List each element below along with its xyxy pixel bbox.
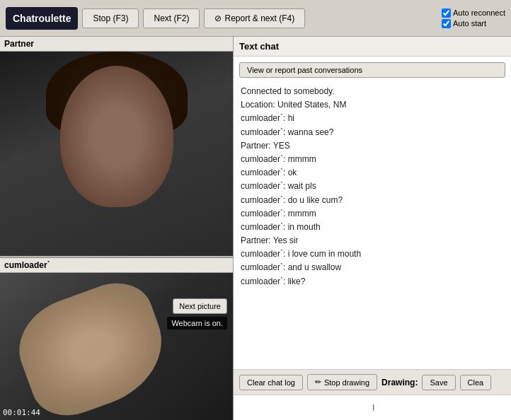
report-label: Report & next (F4) <box>224 13 294 23</box>
top-bar: Chatroulette Stop (F3) Next (F2) ⊘ Repor… <box>0 0 511 37</box>
text-input-area[interactable]: I <box>234 395 511 420</box>
user-label: cumloader` <box>0 257 233 273</box>
chat-line: cumloader`: and u swallow <box>241 261 504 274</box>
stop-drawing-label: Stop drawing <box>324 378 369 387</box>
report-icon: ⊘ <box>214 13 222 23</box>
auto-start-checkbox-label[interactable]: Auto start <box>442 19 505 28</box>
auto-reconnect-label: Auto reconnect <box>453 8 505 17</box>
chat-line: Partner: YES <box>241 139 504 153</box>
report-next-button[interactable]: ⊘ Report & next (F4) <box>204 8 305 28</box>
next-button[interactable]: Next (F2) <box>143 8 200 28</box>
partner-video-inner <box>0 52 233 256</box>
partner-video <box>0 52 233 256</box>
chat-line: cumloader`: do u like cum? <box>241 194 504 207</box>
main-content: Partner cumloader` Next picture Webcam i… <box>0 37 511 420</box>
chat-line: Connected to somebody. <box>241 85 504 98</box>
chat-line: cumloader`: i love cum in mouth <box>241 247 504 261</box>
pencil-icon <box>315 378 321 387</box>
chat-line: cumloader`: like? <box>241 275 504 288</box>
next-picture-button[interactable]: Next picture <box>173 298 227 314</box>
app-logo: Chatroulette <box>6 7 78 30</box>
chat-messages: Connected to somebody.Location: United S… <box>234 81 511 369</box>
chat-line: cumloader`: ok <box>241 166 504 180</box>
checkboxes-panel: Auto reconnect Auto start <box>442 8 505 28</box>
stop-drawing-button[interactable]: Stop drawing <box>307 374 377 390</box>
bottom-bar: Clear chat log Stop drawing Drawing: Sav… <box>234 369 511 395</box>
clear-button[interactable]: Clea <box>460 375 492 390</box>
save-button[interactable]: Save <box>422 375 455 390</box>
left-panel: Partner cumloader` Next picture Webcam i… <box>0 37 234 420</box>
partner-label: Partner <box>0 37 233 52</box>
timestamp: 00:01:44 <box>3 408 40 417</box>
chat-line: cumloader`: mmmm <box>241 153 504 166</box>
user-section: cumloader` Next picture Webcam is on. 00… <box>0 257 233 420</box>
chat-line: cumloader`: wait pls <box>241 180 504 193</box>
chat-line: cumloader`: hi <box>241 112 504 125</box>
right-panel: Text chat View or report past conversati… <box>234 37 511 420</box>
stop-button[interactable]: Stop (F3) <box>82 8 139 28</box>
webcam-badge: Webcam is on. <box>167 317 227 329</box>
auto-start-checkbox[interactable] <box>442 19 451 28</box>
partner-section: Partner <box>0 37 233 257</box>
chat-line: cumloader`: in mouth <box>241 221 504 234</box>
chat-line: cumloader`: wanna see? <box>241 126 504 139</box>
user-hand-decoration <box>6 273 178 420</box>
clear-chat-log-button[interactable]: Clear chat log <box>239 375 303 390</box>
auto-reconnect-checkbox-label[interactable]: Auto reconnect <box>442 8 505 18</box>
auto-start-label: Auto start <box>453 19 486 28</box>
partner-face-decoration <box>60 66 173 207</box>
auto-reconnect-checkbox[interactable] <box>442 8 451 18</box>
chat-line: Location: United States, NM <box>241 98 504 112</box>
text-chat-header: Text chat <box>234 37 511 57</box>
chat-line: cumloader`: mmmm <box>241 207 504 221</box>
user-video-inner <box>0 273 233 420</box>
user-video: Next picture Webcam is on. 00:01:44 <box>0 273 233 420</box>
chat-line: Partner: Yes sir <box>241 234 504 247</box>
text-cursor: I <box>372 403 374 413</box>
view-report-button[interactable]: View or report past conversations <box>239 62 505 78</box>
drawing-label: Drawing: <box>381 378 418 387</box>
